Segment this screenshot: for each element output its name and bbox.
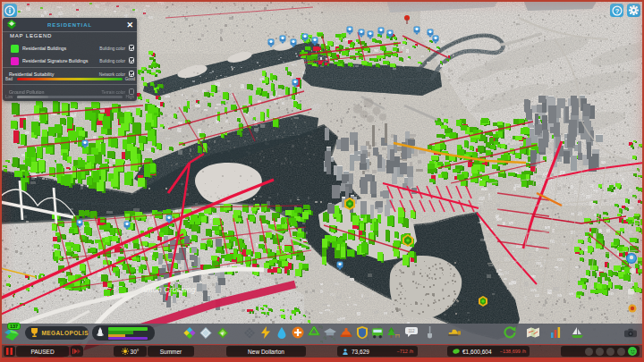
svg-text:Anton Crossing: Anton Crossing bbox=[140, 285, 196, 294]
svg-text:112: 112 bbox=[408, 329, 415, 333]
svg-text:?: ? bbox=[614, 6, 619, 14]
